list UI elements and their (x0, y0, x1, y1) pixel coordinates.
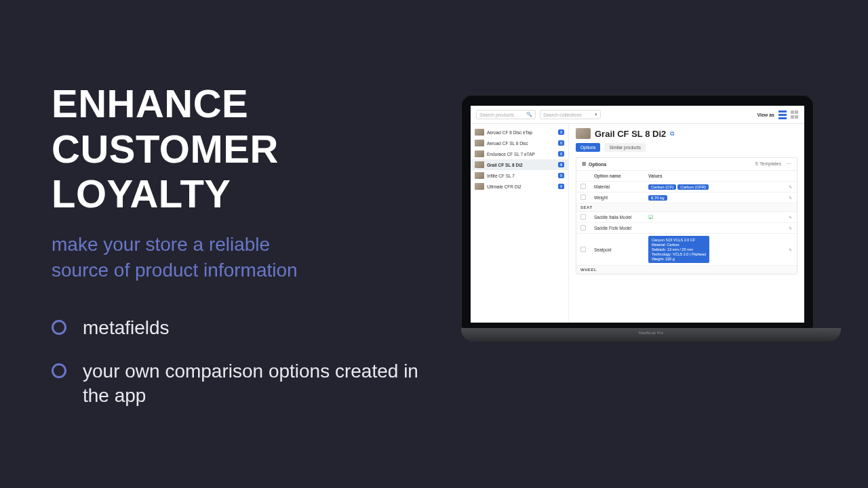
product-image (576, 128, 591, 139)
bullet-ring-icon (52, 320, 66, 335)
sidebar-item[interactable]: Aeroad CF 8 Disc eTap8 (471, 127, 568, 138)
edit-icon[interactable]: ✎ (789, 216, 792, 220)
count-badge: 8 (558, 140, 564, 146)
edit-icon[interactable]: ✎ (789, 196, 792, 200)
count-badge: 8 (558, 162, 564, 167)
product-sidebar: Aeroad CF 8 Disc eTap8 Aeroad CF SL 8 Di… (471, 124, 569, 323)
check-icon: ☑ (648, 214, 653, 220)
search-products-input[interactable]: Search products 🔍 (476, 110, 536, 119)
count-badge: 8 (558, 173, 564, 178)
panel-title: Options (589, 162, 606, 167)
templates-link[interactable]: ⎘ Templates (755, 161, 781, 167)
bullet-item: metafields (52, 316, 420, 340)
section-header: WHEEL (576, 266, 797, 274)
chevron-down-icon: ▾ (595, 112, 597, 117)
option-row: Saddle Italia Model ☑ ✎ (576, 212, 797, 223)
bullet-list: metafields your own comparison options c… (52, 316, 420, 409)
view-as-label: View as (757, 113, 774, 117)
value-chip-multiline[interactable]: Canyon S15 VCLS 2.0 CF Material: Carbon … (648, 236, 709, 263)
product-thumb (475, 183, 484, 190)
more-menu-icon[interactable]: ⋯ (787, 161, 791, 167)
row-checkbox[interactable] (580, 195, 586, 200)
col-values: Values (644, 171, 785, 182)
value-chip[interactable]: Carbon (CFR) (677, 184, 709, 190)
section-header: SEAT (576, 203, 797, 212)
edit-icon[interactable]: ✎ (789, 185, 792, 189)
search-icon: 🔍 (526, 112, 532, 117)
external-link-icon[interactable]: ⧉ (670, 130, 674, 138)
tab-options[interactable]: Options (576, 143, 600, 152)
marketing-copy: ENHANCE CUSTOMER LOYALTY make your store… (0, 0, 434, 488)
laptop-mockup: Search products 🔍 Search collections ▾ V… (461, 95, 841, 342)
product-thumb (475, 129, 484, 136)
count-badge: 8 (558, 129, 564, 135)
option-row: Material Carbon (CF)Carbon (CFR) ✎ (576, 182, 797, 192)
tab-similar[interactable]: Similar products (604, 143, 646, 152)
edit-icon[interactable]: ✎ (789, 226, 792, 230)
count-badge: 8 (558, 184, 564, 189)
row-checkbox[interactable] (580, 214, 586, 220)
view-list-button[interactable] (778, 110, 787, 119)
product-thumb (475, 150, 484, 157)
top-bar: Search products 🔍 Search collections ▾ V… (471, 106, 804, 124)
subheadline: make your store a reliable source of pro… (52, 232, 420, 283)
options-panel: ☰ Options ⎘ Templates ⋯ (576, 157, 797, 274)
bullet-ring-icon (52, 363, 66, 378)
sidebar-item[interactable]: Inflite CF SL 78 (471, 170, 568, 181)
row-checkbox[interactable] (580, 184, 586, 189)
app-screenshot: Search products 🔍 Search collections ▾ V… (471, 106, 804, 323)
laptop-base: MacBook Pro (461, 328, 841, 342)
main-panel: Grail CF SL 8 Di2 ⧉ Options Similar prod… (569, 124, 804, 323)
headline: ENHANCE CUSTOMER LOYALTY (52, 81, 420, 217)
product-title: Grail CF SL 8 Di2 (595, 129, 666, 139)
row-checkbox[interactable] (580, 247, 586, 252)
view-grid-button[interactable] (791, 110, 799, 119)
sidebar-item[interactable]: Ultimate CFR Di28 (471, 181, 568, 192)
value-chip[interactable]: 8,70 kg (648, 195, 667, 201)
option-row: Weight 8,70 kg ✎ (576, 192, 797, 203)
col-option-name: Option name (590, 171, 644, 182)
search-collections-input[interactable]: Search collections ▾ (540, 110, 601, 119)
option-row: Seatpost Canyon S15 VCLS 2.0 CF Material… (576, 234, 797, 266)
edit-icon[interactable]: ✎ (789, 248, 792, 252)
sidebar-item[interactable]: Aeroad CF SL 8 Disc8 (471, 138, 568, 148)
product-thumb (475, 172, 484, 179)
sidebar-item-active[interactable]: Grail CF SL 8 Di28 (471, 159, 568, 170)
row-checkbox[interactable] (580, 225, 586, 230)
option-row: Saddle Fizik Model ✎ (576, 223, 797, 234)
bullet-item: your own comparison options created in t… (52, 359, 420, 409)
product-thumb (475, 140, 484, 146)
product-thumb (475, 161, 484, 168)
count-badge: 8 (558, 151, 564, 157)
list-icon: ☰ (582, 161, 586, 167)
value-chip[interactable]: Carbon (CF) (648, 184, 676, 190)
sidebar-item[interactable]: Endurace CF SL 7 eTAP8 (471, 148, 568, 159)
tabs: Options Similar products (576, 143, 797, 152)
